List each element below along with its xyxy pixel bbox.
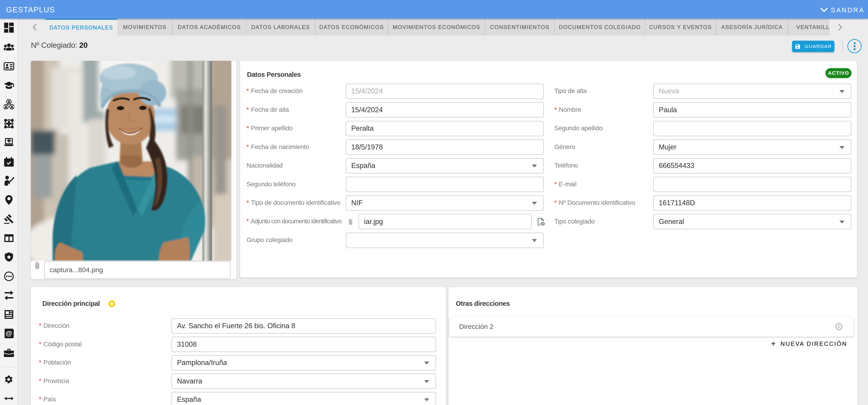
svg-text:@: @ xyxy=(5,329,12,337)
